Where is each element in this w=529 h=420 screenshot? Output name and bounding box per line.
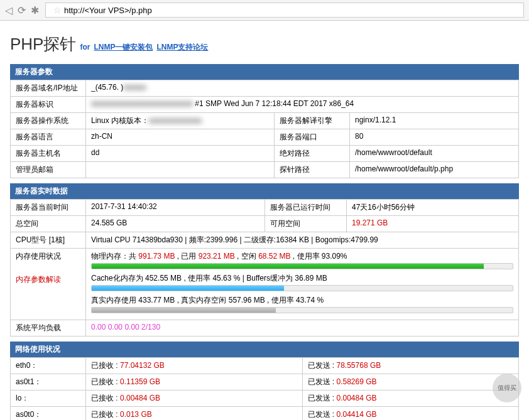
mem-phys-text: 物理内存：共 991.73 MB , 已用 923.21 MB , 空闲 68.…: [91, 251, 513, 262]
memory-cell: 物理内存：共 991.73 MB , 已用 923.21 MB , 空闲 68.…: [86, 249, 519, 320]
label-cell: 服务器解译引擎: [274, 113, 349, 129]
label-cell: 内存使用状况 内存参数解读: [11, 249, 86, 320]
home-button[interactable]: ✱: [31, 4, 39, 16]
value-cell: nginx/1.12.1: [349, 113, 518, 129]
value-cell: zh-CN: [86, 129, 275, 146]
value-cell: /home/wwwroot/default: [349, 146, 518, 162]
value-cell: Linux 内核版本：xxxxxxxxxxxxxx: [86, 113, 275, 129]
value-cell: 0.00 0.00 0.00 2/130: [86, 320, 519, 337]
section-header: 服务器实时数据: [10, 183, 519, 199]
table-row: eth0： 已接收 : 77.04132 GB 已发送 : 78.55768 G…: [11, 358, 519, 374]
rx-cell: 已接收 : 77.04132 GB: [86, 358, 303, 374]
bookmark-star-icon[interactable]: ☆: [51, 5, 64, 15]
mem-real-bar: [91, 307, 513, 313]
value-cell: [86, 162, 275, 178]
label-cell: 服务器已运行时间: [265, 200, 347, 216]
realtime-section: 服务器实时数据 服务器当前时间 2017-7-31 14:40:32 服务器已运…: [10, 183, 519, 337]
value-cell: 19.271 GB: [347, 216, 519, 232]
url-bar[interactable]: ☆ http://<Your VPS>/p.php: [45, 3, 524, 18]
mem-cache-bar: [91, 285, 513, 291]
label-cell: 服务器当前时间: [11, 200, 86, 216]
label-cell: 服务器端口: [274, 129, 349, 146]
realtime-table: 服务器当前时间 2017-7-31 14:40:32 服务器已运行时间 47天1…: [10, 199, 519, 337]
label-cell: 系统平均负载: [11, 320, 86, 337]
server-params-table: 服务器域名/IP地址 _(45.76. )xxxxxx 服务器标识 xxxxxx…: [10, 80, 519, 178]
rx-cell: 已接收 : 0.013 GB: [86, 407, 303, 421]
mem-cache-text: Cache化内存为 452.55 MB , 使用率 45.63 % | Buff…: [91, 273, 513, 284]
lnmp-install-link[interactable]: LNMP一键安装包: [94, 42, 153, 53]
section-header: 服务器参数: [10, 64, 519, 80]
tx-cell: 已发送 : 0.58269 GB: [302, 374, 519, 390]
label-cell: 可用空间: [265, 216, 347, 232]
mem-phys-bar: [91, 263, 513, 269]
url-text: http://<Your VPS>/p.php: [64, 6, 152, 15]
label-cell: 总空间: [11, 216, 86, 232]
page-title: PHP探针: [10, 33, 76, 55]
table-row: as0t1： 已接收 : 0.11359 GB 已发送 : 0.58269 GB: [11, 374, 519, 390]
value-cell: dd: [86, 146, 275, 162]
iface-cell: as0t0：: [11, 407, 86, 421]
label-cell: 服务器主机名: [11, 146, 86, 162]
page-header: PHP探针 for LNMP一键安装包 LNMP支持论坛: [10, 33, 519, 55]
value-cell: 47天16小时56分钟: [347, 200, 519, 216]
server-params-section: 服务器参数 服务器域名/IP地址 _(45.76. )xxxxxx 服务器标识 …: [10, 64, 519, 178]
rx-cell: 已接收 : 0.00484 GB: [86, 390, 303, 407]
rx-cell: 已接收 : 0.11359 GB: [86, 374, 303, 390]
label-cell: 管理员邮箱: [11, 162, 86, 178]
reload-button[interactable]: ⟳: [18, 4, 26, 16]
value-cell: _(45.76. )xxxxxx: [86, 80, 519, 97]
mem-real-text: 真实内存使用 433.77 MB , 真实内存空闲 557.96 MB , 使用…: [91, 295, 513, 306]
back-button[interactable]: ◁: [5, 4, 13, 16]
lnmp-forum-link[interactable]: LNMP支持论坛: [156, 42, 208, 53]
label-cell: 服务器域名/IP地址: [11, 80, 86, 97]
iface-cell: lo：: [11, 390, 86, 407]
value-cell: 24.585 GB: [86, 216, 265, 232]
label-cell: CPU型号 [1核]: [11, 232, 86, 249]
label-cell: 绝对路径: [274, 146, 349, 162]
iface-cell: as0t1：: [11, 374, 86, 390]
label-cell: 服务器标识: [11, 97, 86, 113]
for-label: for: [80, 43, 90, 51]
label-cell: 服务器语言: [11, 129, 86, 146]
value-cell: 80: [349, 129, 518, 146]
network-table: eth0： 已接收 : 77.04132 GB 已发送 : 78.55768 G…: [10, 357, 519, 420]
value-cell: Virtual CPU 714389bda930 | 频率:2399.996 |…: [86, 232, 519, 249]
mem-usage-label: 内存使用状况: [16, 251, 80, 262]
table-row: as0t0： 已接收 : 0.013 GB 已发送 : 0.04414 GB: [11, 407, 519, 421]
value-cell: /home/wwwroot/default/p.php: [349, 162, 518, 178]
section-header: 网络使用状况: [10, 342, 519, 357]
label-cell: 探针路径: [274, 162, 349, 178]
tx-cell: 已发送 : 0.04414 GB: [302, 407, 519, 421]
value-cell: 2017-7-31 14:40:32: [86, 200, 265, 216]
table-row: lo： 已接收 : 0.00484 GB 已发送 : 0.00484 GB: [11, 390, 519, 407]
watermark-icon: 值得买: [493, 374, 521, 402]
network-section: 网络使用状况 eth0： 已接收 : 77.04132 GB 已发送 : 78.…: [10, 342, 519, 420]
label-cell: 服务器操作系统: [11, 113, 86, 129]
tx-cell: 已发送 : 78.55768 GB: [302, 358, 519, 374]
tx-cell: 已发送 : 0.00484 GB: [302, 390, 519, 407]
value-cell: xxxxxxxxxxxxxxxxxxxxxxxxxxx #1 SMP Wed J…: [86, 97, 519, 113]
mem-params-link[interactable]: 内存参数解读: [16, 274, 80, 285]
iface-cell: eth0：: [11, 358, 86, 374]
browser-toolbar: ◁ ⟳ ✱ ☆ http://<Your VPS>/p.php: [0, 0, 529, 21]
